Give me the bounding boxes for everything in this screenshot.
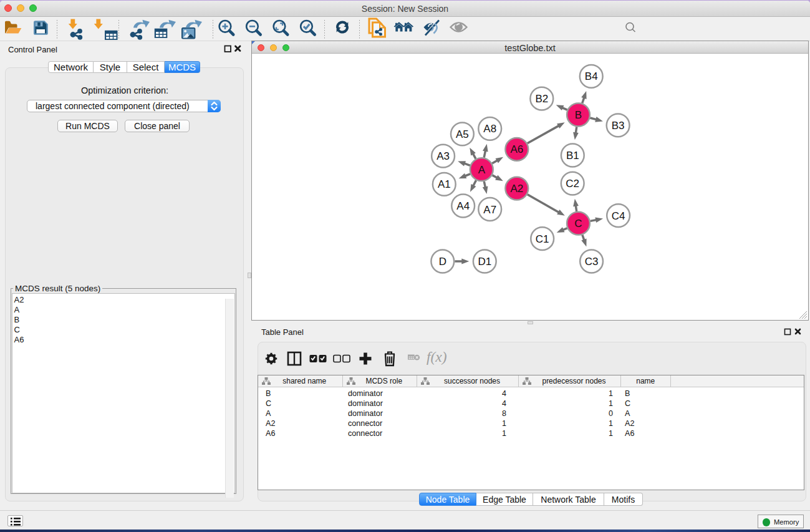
svg-text:B1: B1 [566, 150, 579, 162]
svg-text:A8: A8 [483, 123, 496, 135]
svg-text:C2: C2 [566, 178, 579, 190]
svg-text:C4: C4 [612, 210, 625, 222]
svg-text:A5: A5 [456, 128, 469, 140]
svg-text:A3: A3 [436, 150, 450, 162]
svg-text:A6: A6 [510, 143, 523, 155]
svg-text:A7: A7 [483, 204, 496, 216]
svg-text:f(x): f(x) [427, 349, 447, 365]
svg-text:D1: D1 [478, 256, 491, 268]
svg-text:B4: B4 [585, 70, 598, 82]
svg-text:B: B [575, 109, 582, 121]
svg-text:A2: A2 [510, 183, 523, 195]
svg-text:C: C [574, 218, 582, 230]
svg-text:C3: C3 [585, 256, 599, 268]
svg-text:B2: B2 [535, 93, 548, 105]
svg-text:A: A [478, 164, 486, 176]
svg-text:A4: A4 [456, 200, 470, 212]
svg-text:D: D [439, 256, 446, 268]
svg-text:C1: C1 [536, 233, 549, 245]
svg-text:A1: A1 [438, 178, 451, 190]
svg-text:B3: B3 [612, 120, 625, 132]
